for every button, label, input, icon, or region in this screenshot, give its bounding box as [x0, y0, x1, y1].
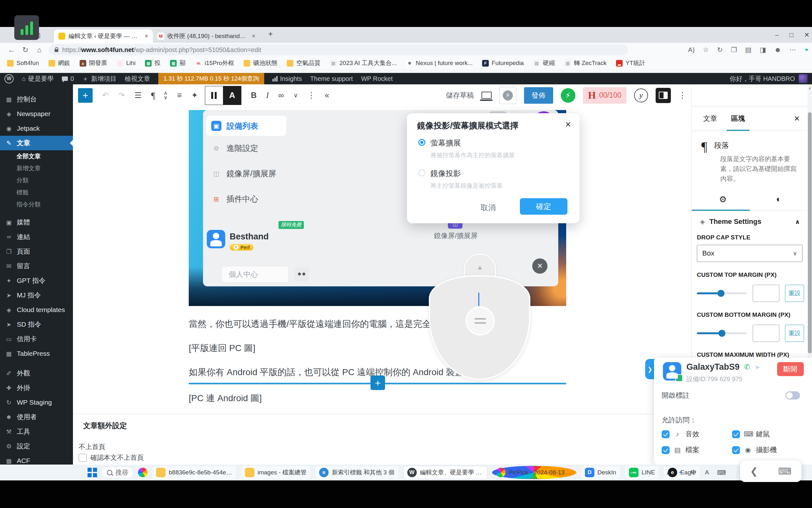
paragraph-placeholder[interactable]: [PC 連 Android 圖]	[189, 392, 262, 404]
redo-icon[interactable]: ↷	[118, 91, 125, 100]
browser-action-icon[interactable]: ↻	[717, 46, 723, 54]
slider-value-input[interactable]	[753, 285, 779, 302]
permission-item[interactable]: ◉ 攝影機	[732, 445, 803, 455]
close-sidebar-icon[interactable]: ✕	[794, 115, 800, 123]
styles-tab-icon[interactable]: ◐	[776, 195, 781, 204]
sidebar-item[interactable]: ↻WP Staging	[0, 395, 73, 410]
tab-post[interactable]: 文章	[703, 114, 717, 123]
reset-button[interactable]: 重設	[785, 285, 804, 302]
taskbar-app-button[interactable]: e 新索引標籤 和其他 3 個	[315, 466, 398, 479]
admin-bar-theme-support[interactable]: Theme support	[310, 75, 353, 82]
italic-icon[interactable]: I	[266, 91, 269, 100]
browser-action-icon[interactable]: ⋯	[789, 46, 796, 54]
overlay-close-button[interactable]: ✕	[532, 258, 547, 274]
tab-close-icon[interactable]: ✕	[251, 33, 256, 39]
taskbar-app-button[interactable]: b8836e9c-8e5b-454e-8...	[152, 466, 236, 479]
options-kebab-icon[interactable]: ⋮	[307, 91, 315, 100]
permission-item[interactable]: ⌨ 鍵鼠	[732, 429, 803, 439]
browser-action-icon[interactable]: A)	[688, 46, 695, 54]
deskin-screenshot-image[interactable]: ▣ 設備列表 ⚙ 進階設定 ◫ 鏡像屏/擴展屏 限時免費	[189, 110, 566, 306]
bookmark-item[interactable]: ▤ 硬縮	[533, 59, 555, 67]
bookmark-item[interactable]: Soft4fun	[7, 59, 39, 67]
bookmark-item[interactable]: ▦ 顯	[170, 59, 186, 67]
admin-bar-greeting[interactable]: 你好，手哥 HANDBRO	[730, 75, 795, 83]
scroll-up-icon[interactable]: ▲	[477, 263, 483, 271]
widget-menu-button[interactable]	[465, 306, 495, 336]
bookmark-item[interactable]: ✻ Nexus | future work...	[406, 59, 473, 67]
collapse-chevron-icon[interactable]: ∧	[795, 218, 800, 225]
checkbox-checked-icon[interactable]	[732, 430, 740, 438]
sidebar-item[interactable]: ◈Newspaper	[0, 107, 73, 121]
sidebar-subitem[interactable]: 全部文章	[0, 150, 73, 162]
permission-item[interactable]: ▤ 檔案	[662, 445, 732, 455]
sidebar-item[interactable]: ✦GPT 指令	[0, 273, 73, 288]
paragraph-placeholder[interactable]: [平版連回 PC 圖]	[189, 342, 255, 354]
sidebar-item[interactable]: ✚外掛	[0, 381, 73, 395]
browser-action-icon[interactable]: ◓	[804, 46, 809, 54]
block-inserter-button[interactable]: ＋	[78, 88, 93, 103]
option-label[interactable]: 萤幕擴展	[431, 138, 515, 148]
yoast-seo-icon[interactable]: y	[634, 88, 648, 102]
slider-thumb[interactable]	[719, 330, 725, 337]
bookmark-item[interactable]: ▦ 投	[145, 59, 161, 67]
permission-item[interactable]: ♪ 音效	[662, 429, 732, 439]
chevron-down-icon[interactable]: ∨	[293, 92, 298, 99]
browser-action-icon[interactable]: ☻	[774, 46, 781, 54]
bookmark-item[interactable]: ▂ YT統計	[616, 59, 645, 67]
color-wheel-icon[interactable]	[138, 468, 148, 477]
sidebar-item[interactable]: ◈Cloud templates	[0, 302, 73, 317]
start-button-icon[interactable]	[87, 468, 97, 477]
tray-icon[interactable]: 中	[691, 468, 696, 477]
virtual-keyboard-icon[interactable]: ⌨	[778, 466, 791, 477]
sidebar-subitem[interactable]: 指令分類	[0, 199, 73, 211]
radio-icon[interactable]	[418, 169, 425, 176]
bookmark-item[interactable]: ◌ Lihi	[117, 59, 136, 67]
sidebar-item[interactable]: ☻使用者	[0, 410, 73, 424]
taskbar-app-button[interactable]: PicPick - 2024-08-13 11:2	[492, 466, 576, 479]
sidebar-item[interactable]: ▣媒體	[0, 215, 73, 229]
link-icon[interactable]: ∞	[278, 91, 284, 100]
sidebar-subitem[interactable]: 標籤	[0, 186, 73, 199]
sidebar-item[interactable]: ▦TablePress	[0, 346, 73, 361]
theme-settings-title[interactable]: Theme Settings	[709, 217, 761, 226]
sidebar-item[interactable]: ∞連結	[0, 229, 73, 244]
admin-bar-wp-rocket[interactable]: WP Rocket	[361, 75, 393, 82]
tray-icon[interactable]: ∧	[666, 469, 671, 476]
back-icon[interactable]: ←	[4, 46, 18, 54]
tab-block[interactable]: 區塊	[731, 114, 745, 123]
paragraph[interactable]: 如果你有 Android 平版的話，也可以從 PC 遠端控制你的 Android…	[189, 366, 473, 378]
radio-icon[interactable]	[418, 139, 425, 146]
home-icon[interactable]: ⌂	[32, 46, 46, 54]
sidebar-item[interactable]: ◉Jetpack	[0, 121, 73, 136]
device-panel-collapse-tab[interactable]: ❯	[645, 359, 655, 379]
browser-action-icon[interactable]: ☆	[703, 46, 709, 54]
bookmark-item[interactable]: m i15Pro外框	[195, 59, 234, 67]
slider-value-input[interactable]	[753, 325, 779, 342]
tray-icon[interactable]: ⌨	[717, 469, 726, 476]
preview-desktop-icon[interactable]	[482, 92, 492, 99]
bold-icon[interactable]: B	[251, 91, 256, 100]
taskbar-app-button[interactable]: images - 檔案總管	[241, 466, 311, 479]
performance-badge[interactable]: 1.31 秒 112.7MB 0.15 秒 124個查詢	[158, 73, 264, 84]
scrollbar-up-arrow[interactable]: ▲	[808, 86, 812, 90]
move-block-icon[interactable]: ∧∨	[164, 91, 167, 100]
sidebar-item[interactable]: ❐頁面	[0, 244, 73, 259]
address-bar[interactable]: https://www.soft4fun.net/wp-admin/post.p…	[49, 44, 628, 55]
taskbar-app-button[interactable]: LINE LINE	[625, 466, 659, 479]
dialog-close-icon[interactable]: ✕	[565, 120, 571, 129]
jetpack-boost-icon[interactable]: ⚡	[561, 88, 575, 103]
taskbar-app-button[interactable]: D DeskIn	[581, 466, 620, 479]
more-options-kebab-icon[interactable]: ⋮	[679, 91, 686, 100]
window-close-button[interactable]: ✕	[804, 31, 809, 39]
option-label[interactable]: 鏡像投影	[431, 168, 503, 178]
front-page-checkbox[interactable]	[79, 454, 87, 462]
bookmark-item[interactable]: 空氣品質	[287, 59, 320, 67]
boost-icon[interactable]: ⚡	[499, 87, 516, 104]
browser-action-icon[interactable]: ◨	[760, 46, 766, 54]
sidebar-item[interactable]: ✐外觀	[0, 366, 73, 381]
window-minimize-button[interactable]: –	[775, 31, 779, 39]
scrollbar-thumb[interactable]	[808, 112, 812, 353]
sidebar-item-posts-active[interactable]: ✎ 文章	[0, 136, 73, 150]
confirm-button[interactable]: 確定	[520, 198, 567, 215]
user-avatar[interactable]	[799, 74, 808, 83]
